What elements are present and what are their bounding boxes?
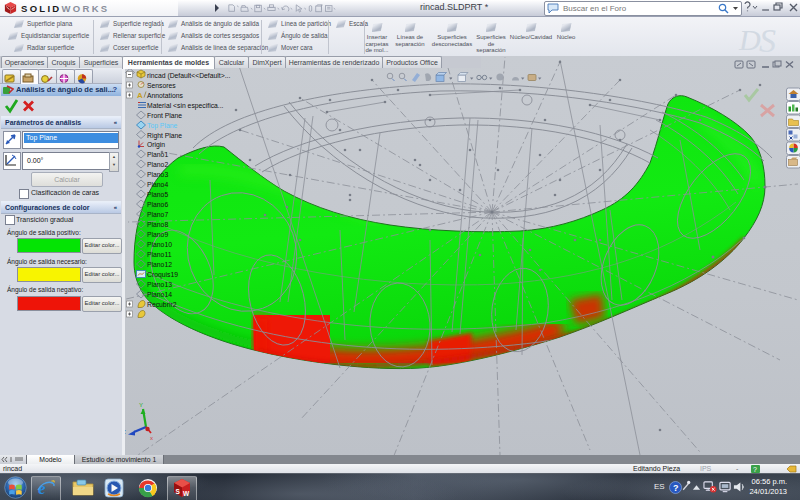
svg-text:Top Plane: Top Plane (147, 122, 177, 130)
svg-text:Material <sin especifica...: Material <sin especifica... (147, 102, 224, 110)
svg-text:W: W (183, 490, 190, 497)
svg-text:Plano7: Plano7 (147, 211, 168, 218)
svg-text:Plano6: Plano6 (147, 201, 168, 208)
svg-text:Origin: Origin (147, 141, 165, 149)
svg-text:Plano12: Plano12 (147, 261, 172, 268)
svg-text:Front Plane: Front Plane (147, 112, 182, 119)
svg-text:?: ? (753, 465, 757, 472)
svg-text:Plano1: Plano1 (147, 151, 168, 158)
svg-text:rincad (Default<<Default>...: rincad (Default<<Default>... (147, 72, 230, 80)
svg-text:Right Plane: Right Plane (147, 132, 182, 140)
svg-text:Plano9: Plano9 (147, 231, 168, 238)
svg-text:x: x (150, 435, 153, 441)
svg-text:Plano4: Plano4 (147, 181, 168, 188)
svg-text:Plano8: Plano8 (147, 221, 168, 228)
svg-text:Y: Y (139, 402, 143, 408)
svg-text:A: A (137, 91, 143, 100)
svg-text:Plano13: Plano13 (147, 281, 172, 288)
svg-text:Croquis19: Croquis19 (147, 271, 178, 279)
svg-text:S: S (759, 22, 776, 55)
svg-text:Recubrir2: Recubrir2 (147, 301, 177, 308)
svg-text:Plano10: Plano10 (147, 241, 172, 248)
svg-text:Plano2: Plano2 (147, 161, 168, 168)
svg-text:Plano14: Plano14 (147, 291, 172, 298)
svg-text:Sensores: Sensores (147, 82, 176, 89)
svg-text:?: ? (673, 483, 679, 493)
svg-text:Plano3: Plano3 (147, 171, 168, 178)
svg-text:Annotations: Annotations (147, 92, 184, 99)
svg-text:D: D (738, 23, 761, 55)
svg-text:Plano5: Plano5 (147, 191, 168, 198)
svg-text:Plano11: Plano11 (147, 251, 172, 258)
svg-text:S: S (176, 488, 181, 495)
